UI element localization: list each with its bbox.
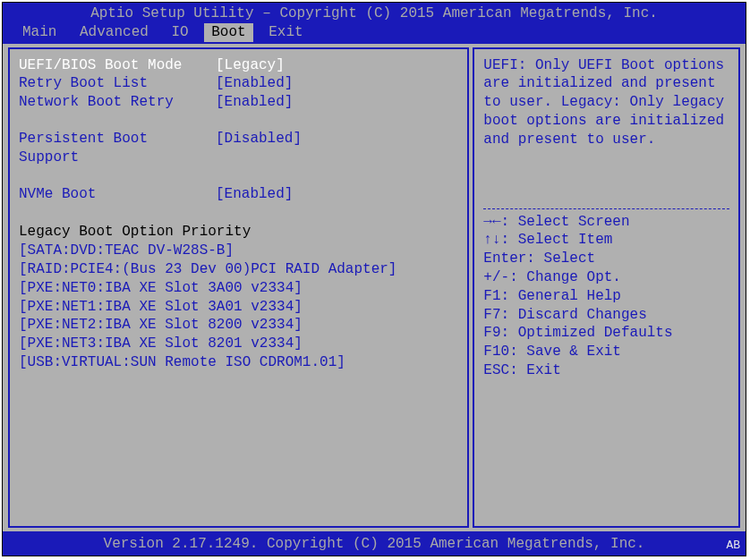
boot-priority-title: Legacy Boot Option Priority: [19, 223, 458, 242]
key-esc: ESC: Exit: [483, 361, 729, 380]
blank-row: [19, 112, 458, 130]
footer-text: Version 2.17.1249. Copyright (C) 2015 Am…: [104, 536, 645, 552]
setting-label: Network Boot Retry: [19, 93, 216, 112]
tab-io[interactable]: IO: [164, 23, 195, 42]
tab-bar: Main Advanced IO Boot Exit: [3, 23, 746, 44]
tab-main[interactable]: Main: [15, 23, 64, 42]
settings-panel: UEFI/BIOS Boot Mode [Legacy] Retry Boot …: [8, 47, 469, 529]
setting-label: Retry Boot List: [19, 74, 216, 93]
boot-priority-item[interactable]: [SATA:DVD:TEAC DV-W28S-B]: [19, 242, 458, 260]
footer-corner: AB: [726, 539, 740, 554]
setting-value: [Enabled]: [216, 185, 293, 204]
footer: Version 2.17.1249. Copyright (C) 2015 Am…: [3, 531, 746, 556]
content-area: UEFI/BIOS Boot Mode [Legacy] Retry Boot …: [3, 44, 746, 532]
setting-label: Support: [19, 148, 216, 167]
blank-row: [19, 203, 458, 221]
tab-boot[interactable]: Boot: [204, 23, 252, 42]
setting-value: [Disabled]: [216, 130, 302, 148]
setting-boot-mode[interactable]: UEFI/BIOS Boot Mode [Legacy]: [19, 56, 458, 75]
setting-persistent-boot-line2: Support: [19, 148, 458, 167]
setting-network-boot-retry[interactable]: Network Boot Retry [Enabled]: [19, 93, 458, 112]
boot-priority-item[interactable]: [USB:VIRTUAL:SUN Remote ISO CDROM1.01]: [19, 353, 458, 372]
setting-label: NVMe Boot: [19, 185, 216, 204]
spacer: [483, 149, 729, 203]
setting-persistent-boot[interactable]: Persistent Boot [Disabled]: [19, 130, 458, 148]
bios-window: Aptio Setup Utility – Copyright (C) 2015…: [2, 2, 746, 556]
setting-label: Persistent Boot: [19, 130, 216, 148]
key-select-item: ↑↓: Select Item: [483, 231, 729, 250]
boot-priority-item[interactable]: [PXE:NET1:IBA XE Slot 3A01 v2334]: [19, 298, 458, 317]
setting-value: [Legacy]: [216, 56, 285, 75]
help-panel: UEFI: Only UEFI Boot options are initial…: [473, 47, 740, 529]
boot-priority-item[interactable]: [RAID:PCIE4:(Bus 23 Dev 00)PCI RAID Adap…: [19, 260, 458, 279]
header-title: Aptio Setup Utility – Copyright (C) 2015…: [3, 3, 746, 23]
key-select-screen: →←: Select Screen: [483, 213, 729, 232]
setting-label: UEFI/BIOS Boot Mode: [19, 56, 216, 75]
key-f9: F9: Optimized Defaults: [483, 324, 729, 343]
boot-priority-item[interactable]: [PXE:NET0:IBA XE Slot 3A00 v2334]: [19, 279, 458, 298]
boot-priority-item[interactable]: [PXE:NET3:IBA XE Slot 8201 v2334]: [19, 335, 458, 353]
key-f1: F1: General Help: [483, 287, 729, 306]
help-text: UEFI: Only UEFI Boot options are initial…: [483, 56, 729, 149]
setting-value: [Enabled]: [216, 93, 293, 112]
divider: [483, 208, 729, 209]
boot-priority-item[interactable]: [PXE:NET2:IBA XE Slot 8200 v2334]: [19, 316, 458, 335]
tab-advanced[interactable]: Advanced: [72, 23, 156, 42]
blank-row: [19, 167, 458, 185]
setting-value: [Enabled]: [216, 74, 293, 93]
key-f10: F10: Save & Exit: [483, 343, 729, 361]
setting-retry-boot-list[interactable]: Retry Boot List [Enabled]: [19, 74, 458, 93]
tab-exit[interactable]: Exit: [261, 23, 310, 42]
key-enter: Enter: Select: [483, 250, 729, 268]
key-change-opt: +/-: Change Opt.: [483, 268, 729, 287]
key-f7: F7: Discard Changes: [483, 306, 729, 325]
setting-nvme-boot[interactable]: NVMe Boot [Enabled]: [19, 185, 458, 204]
